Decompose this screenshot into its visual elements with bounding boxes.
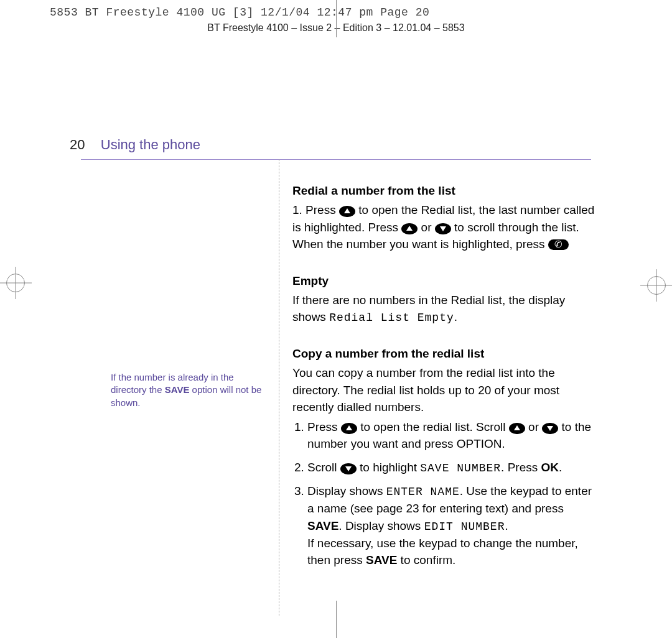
header-rule (81, 159, 591, 160)
down-button-icon (542, 423, 558, 434)
print-slugline: 5853 BT Freestyle 4100 UG [3] 12/1/04 12… (50, 6, 429, 19)
up-button-icon (339, 206, 355, 217)
text: to open the redial list. Scroll (360, 420, 509, 433)
para-redial-step1: 1. Press to open the Redial list, the la… (292, 201, 597, 253)
page-body: 20 Using the phone If the number is alre… (0, 44, 672, 628)
page-number: 20 (70, 137, 85, 153)
text: . Display shows (338, 519, 424, 532)
down-button-icon (340, 463, 357, 474)
bold-ok: OK (541, 461, 559, 474)
section-title: Using the phone (101, 137, 200, 153)
lcd-text: SAVE NUMBER (420, 462, 501, 474)
up-button-icon (341, 423, 357, 434)
text: Display shows (307, 484, 386, 497)
lcd-text: EDIT NUMBER (424, 520, 505, 533)
text: . Press (501, 461, 541, 474)
text: . (505, 519, 508, 532)
talk-button-icon: ✆ (548, 239, 569, 250)
copy-step-3: Display shows ENTER NAME. Use the keypad… (307, 483, 597, 569)
para-empty: If there are no numbers in the Redial li… (292, 292, 597, 326)
margin-note-bold: SAVE (165, 384, 190, 395)
lcd-text: ENTER NAME (386, 486, 460, 498)
text: Scroll (307, 461, 340, 474)
copy-steps-list: Press to open the redial list. Scroll or… (292, 418, 597, 569)
heading-empty: Empty (292, 274, 597, 288)
para-copy-intro: You can copy a number from the redial li… (292, 364, 597, 416)
text: or (421, 221, 435, 234)
main-column: Redial a number from the list 1. Press t… (292, 175, 597, 571)
text: to highlight (360, 461, 420, 474)
text: or (528, 420, 542, 433)
crop-mark-top (336, 0, 337, 37)
column-divider (279, 159, 279, 616)
text: 1. Press (292, 203, 339, 216)
margin-note: If the number is already in the director… (111, 371, 263, 409)
heading-copy: Copy a number from the redial list (292, 347, 597, 361)
up-button-icon (401, 223, 418, 234)
bold-save: SAVE (366, 553, 397, 566)
copy-step-2: Scroll to highlight SAVE NUMBER. Press O… (307, 459, 597, 476)
page-header: 20 Using the phone (70, 137, 591, 153)
text: . (559, 461, 562, 474)
lcd-text: Redial List Empty (329, 312, 454, 324)
text: . (454, 310, 457, 323)
copy-step-1: Press to open the redial list. Scroll or… (307, 418, 597, 453)
text: Press (307, 420, 341, 433)
heading-redial: Redial a number from the list (292, 184, 597, 198)
up-button-icon (509, 423, 525, 434)
down-button-icon (435, 223, 451, 234)
text: to confirm. (397, 553, 455, 566)
bold-save: SAVE (307, 519, 338, 532)
